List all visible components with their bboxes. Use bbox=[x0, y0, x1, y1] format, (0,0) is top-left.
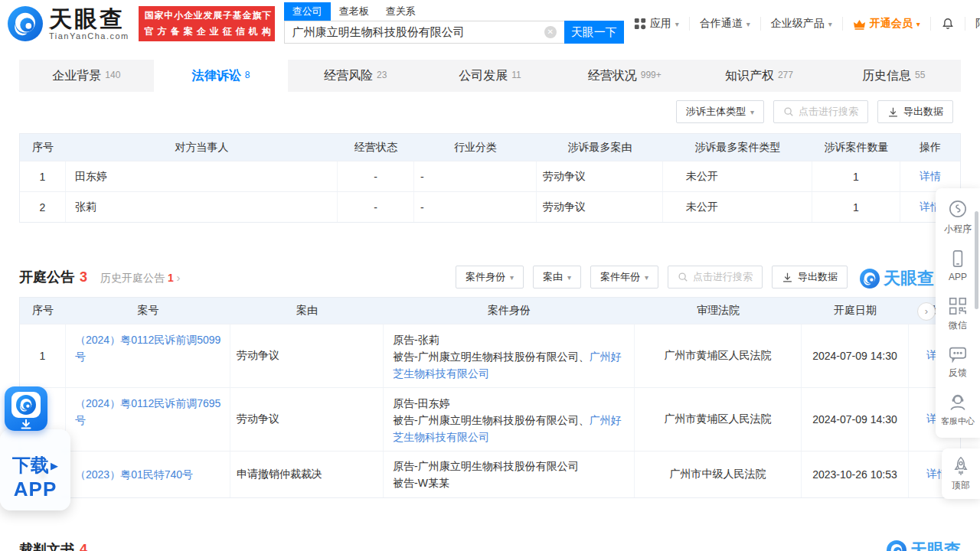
tab-legal-litigation[interactable]: 法律诉讼8 bbox=[154, 60, 289, 92]
court-name: 广州市中级人民法院 bbox=[635, 452, 802, 497]
hearings-filters: 案件身份▾ 案由▾ 案件年份▾ 点击进行搜索 导出数据 bbox=[456, 266, 848, 289]
case-party-defendant: 被告-W某某 bbox=[393, 477, 449, 489]
hearings-search-button[interactable]: 点击进行搜索 bbox=[668, 266, 763, 289]
wechat-qr-button[interactable]: 微信 bbox=[949, 297, 967, 332]
party-name: 田东婷 bbox=[66, 161, 338, 191]
tianyancha-logo-icon bbox=[887, 540, 906, 551]
qr-code-icon bbox=[949, 297, 967, 315]
page: 天眼查 TianYanCha.com 国家中小企业发展子基金旗下 官方备案企业征… bbox=[0, 0, 980, 551]
chevron-right-icon: › bbox=[177, 271, 181, 284]
app-download-widget[interactable]: 下载▶ APP bbox=[0, 386, 74, 510]
table-scroll-right-button[interactable]: › bbox=[917, 302, 936, 321]
back-to-top-button[interactable]: 顶部 bbox=[942, 448, 980, 499]
hearing-date: 2024-07-09 14:30 bbox=[802, 324, 909, 387]
tab-operational-risk[interactable]: 经营风险23 bbox=[288, 60, 423, 92]
history-hearings-link[interactable]: 历史开庭公告 1 › bbox=[100, 271, 181, 285]
chevron-down-icon: ▾ bbox=[567, 273, 571, 282]
app-button[interactable]: APP bbox=[949, 249, 967, 282]
top-nav: 应用▾ 合作通道▾ 企业级产品▾ 开通会员▾ 阿尔伯... bbox=[624, 17, 980, 31]
litigant-type-dropdown[interactable]: 涉诉主体类型▾ bbox=[676, 100, 764, 123]
clear-search-icon[interactable]: ✕ bbox=[544, 26, 557, 38]
caret-icon: ▾ bbox=[675, 20, 679, 28]
crown-icon bbox=[853, 18, 866, 30]
court-name: 广州市黄埔区人民法院 bbox=[635, 324, 802, 387]
badge-line1: 国家中小企业发展子基金旗下 bbox=[145, 9, 269, 22]
litigants-table-header: 序号 对方当事人 经营状态 行业分类 涉诉最多案由 涉诉最多案件类型 涉诉案件数… bbox=[20, 134, 960, 161]
hearing-date: 2024-07-09 14:30 bbox=[802, 388, 909, 451]
litigants-filters: 涉诉主体类型▾ 点击进行搜索 导出数据 bbox=[19, 100, 953, 123]
page-scrollbar[interactable] bbox=[975, 211, 978, 309]
court-name: 广州市黄埔区人民法院 bbox=[635, 388, 802, 451]
tab-background[interactable]: 企业背景140 bbox=[19, 60, 154, 92]
feedback-button[interactable]: 反馈 bbox=[949, 346, 967, 380]
case-number-link[interactable]: （2024）粤0112民诉前调5099号 bbox=[75, 334, 220, 363]
party-name: 张莉 bbox=[66, 192, 338, 222]
search-area: 查公司 查老板 查关系 ✕ 天眼一下 bbox=[284, 4, 624, 44]
mini-program-button[interactable]: 小程序 bbox=[944, 199, 972, 236]
customer-service-button[interactable]: 客服中心 bbox=[941, 393, 975, 427]
tianyancha-watermark: 天眼查 bbox=[860, 267, 934, 290]
caret-icon: ▾ bbox=[828, 20, 832, 28]
tianyancha-logo-icon bbox=[860, 269, 880, 289]
search-tab-relation[interactable]: 查关系 bbox=[377, 2, 424, 21]
user-menu[interactable]: 阿尔伯...▾ bbox=[965, 17, 980, 31]
case-identity-dropdown[interactable]: 案件身份▾ bbox=[456, 266, 524, 289]
rocket-icon bbox=[952, 456, 970, 476]
notifications-button[interactable] bbox=[930, 17, 965, 31]
download-icon bbox=[782, 272, 793, 283]
download-arrow-icon bbox=[21, 419, 31, 429]
search-tab-company[interactable]: 查公司 bbox=[284, 2, 331, 21]
tab-company-development[interactable]: 公司发展11 bbox=[423, 60, 557, 92]
case-year-dropdown[interactable]: 案件年份▾ bbox=[590, 266, 658, 289]
chevron-down-icon: ▾ bbox=[510, 273, 514, 282]
hearing-date: 2023-10-26 10:53 bbox=[802, 452, 909, 497]
username: 阿尔伯... bbox=[975, 17, 980, 31]
litigants-table: 序号 对方当事人 经营状态 行业分类 涉诉最多案由 涉诉最多案件类型 涉诉案件数… bbox=[19, 133, 961, 223]
side-toolbar: 小程序 APP 微信 反馈 客服中 bbox=[936, 188, 980, 438]
tab-intellectual-property[interactable]: 知识产权277 bbox=[692, 60, 827, 92]
mini-program-icon bbox=[948, 199, 968, 219]
tianyancha-logo[interactable]: 天眼查 TianYanCha.com bbox=[8, 6, 129, 41]
case-cause-dropdown[interactable]: 案由▾ bbox=[533, 266, 581, 289]
tianyancha-logo-icon bbox=[16, 395, 36, 415]
hearings-export-button[interactable]: 导出数据 bbox=[772, 266, 848, 289]
table-row: 3 （2023）粤01民特740号 申请撤销仲裁裁决 原告-广州康立明生物科技股… bbox=[20, 451, 961, 497]
tab-history-info[interactable]: 历史信息55 bbox=[826, 60, 961, 92]
nav-apps[interactable]: 应用▾ bbox=[624, 17, 689, 31]
section-title: 开庭公告 bbox=[19, 268, 74, 286]
nav-vip[interactable]: 开通会员▾ bbox=[842, 17, 930, 31]
feedback-bubble-icon bbox=[949, 346, 967, 363]
search-input[interactable] bbox=[284, 21, 564, 44]
top-header: 天眼查 TianYanCha.com 国家中小企业发展子基金旗下 官方备案企业征… bbox=[0, 0, 980, 47]
nav-cooperation[interactable]: 合作通道▾ bbox=[689, 17, 760, 31]
app-store-icon[interactable] bbox=[5, 386, 47, 431]
app-download-card[interactable]: 下载▶ APP bbox=[0, 429, 70, 510]
hearings-table: 序号 案号 案由 案件身份 审理法院 开庭日期 操作 1 （2024）粤0112… bbox=[19, 297, 961, 498]
apps-grid-icon bbox=[634, 18, 646, 30]
search-button[interactable]: 天眼一下 bbox=[564, 21, 624, 44]
search-tab-boss[interactable]: 查老板 bbox=[331, 2, 377, 21]
bell-icon bbox=[941, 17, 955, 31]
hearings-section-head: 开庭公告 3 历史开庭公告 1 › bbox=[19, 268, 181, 286]
nav-enterprise-products[interactable]: 企业级产品▾ bbox=[760, 17, 842, 31]
litigants-search-button[interactable]: 点击进行搜索 bbox=[773, 100, 868, 123]
section-tabbar: 企业背景140 法律诉讼8 经营风险23 公司发展11 经营状况999+ 知识产… bbox=[19, 60, 961, 92]
table-row: 1 田东婷 - - 劳动争议 未公开 1 详情 bbox=[20, 161, 960, 191]
judgments-section-title: 裁判文书 4 bbox=[19, 540, 87, 551]
brand-domain: TianYanCha.com bbox=[49, 31, 129, 41]
chevron-down-icon: ▾ bbox=[750, 108, 754, 116]
detail-link[interactable]: 详情 bbox=[920, 170, 941, 184]
case-party-defendant: 被告-广州康立明生物科技股份有限公司、 bbox=[393, 414, 590, 426]
tab-operating-status[interactable]: 经营状况999+ bbox=[557, 60, 692, 92]
case-party-plaintiff: 原告-张莉 bbox=[393, 331, 634, 348]
table-row: 2 （2024）粤0112民诉前调7695号 劳动争议 原告-田东婷 被告-广州… bbox=[20, 387, 961, 451]
case-number-link[interactable]: （2024）粤0112民诉前调7695号 bbox=[75, 397, 220, 426]
section-count: 3 bbox=[80, 269, 87, 285]
download-icon bbox=[887, 106, 899, 118]
phone-icon bbox=[949, 249, 966, 268]
table-row: 1 （2024）粤0112民诉前调5099号 劳动争议 原告-张莉 被告-广州康… bbox=[20, 324, 961, 387]
litigants-export-button[interactable]: 导出数据 bbox=[877, 100, 953, 123]
caret-icon: ▾ bbox=[746, 20, 750, 28]
case-number-link[interactable]: （2023）粤01民特740号 bbox=[75, 466, 193, 483]
case-party-plaintiff: 原告-田东婷 bbox=[393, 395, 634, 412]
